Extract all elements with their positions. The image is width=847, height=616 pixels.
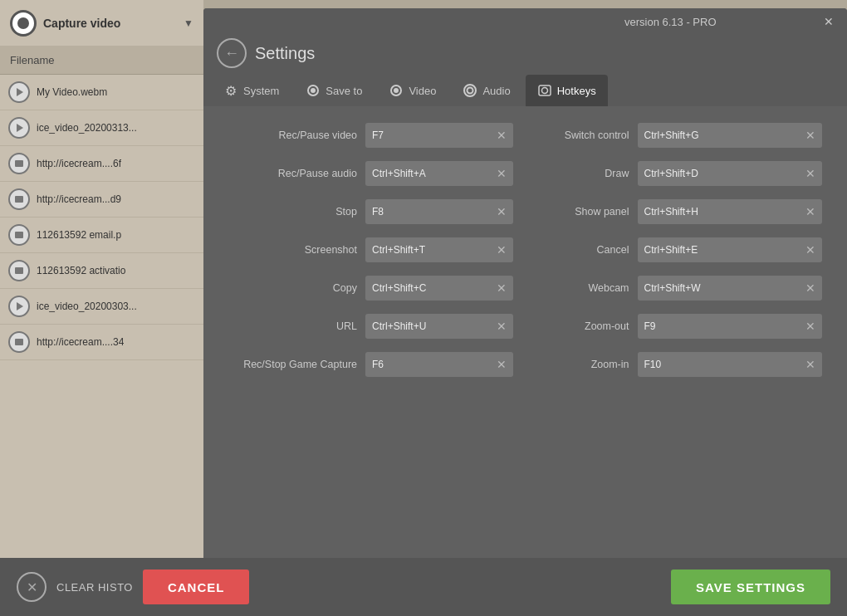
hotkey-label-cancel-hotkey: Cancel	[538, 244, 629, 256]
hotkey-clear-draw[interactable]: ✕	[805, 167, 815, 180]
hotkey-label-draw: Draw	[538, 168, 629, 179]
hotkey-clear-zoom-in[interactable]: ✕	[805, 358, 815, 371]
hotkey-clear-copy[interactable]: ✕	[497, 281, 507, 295]
hotkey-clear-webcam[interactable]: ✕	[805, 281, 815, 295]
hotkey-clear-recpause-audio[interactable]: ✕	[497, 167, 507, 180]
list-item[interactable]: http://icecream....6f	[0, 146, 203, 182]
hotkey-label-recpause-audio: Rec/Pause audio	[228, 168, 357, 179]
hotkey-field-game-capture[interactable]: F6 ✕	[365, 352, 513, 377]
hotkey-field-webcam[interactable]: Ctrl+Shift+W ✕	[638, 276, 823, 301]
hotkey-field-stop[interactable]: F8 ✕	[365, 199, 513, 224]
hotkey-field-zoom-out[interactable]: F9 ✕	[638, 314, 823, 339]
hotkey-field-recpause-audio[interactable]: Ctrl+Shift+A ✕	[365, 161, 513, 186]
hotkey-value-game-capture: F6	[372, 359, 384, 370]
hotkey-value-stop: F8	[372, 206, 384, 218]
hotkey-clear-recpause-video[interactable]: ✕	[497, 129, 507, 142]
capture-header[interactable]: Capture video ▼	[0, 0, 203, 46]
hotkey-field-switch-control[interactable]: Ctrl+Shift+G ✕	[638, 123, 823, 148]
hotkey-clear-zoom-out[interactable]: ✕	[805, 320, 815, 333]
close-button[interactable]: ✕	[822, 15, 835, 28]
dialog-header: ← Settings	[203, 32, 847, 75]
photo-icon	[8, 224, 30, 246]
back-button[interactable]: ←	[217, 38, 247, 68]
hotkey-value-recpause-video: F7	[372, 130, 384, 141]
tab-system-label: System	[243, 85, 279, 97]
hotkey-row-webcam: Webcam Ctrl+Shift+W ✕	[538, 276, 823, 301]
play-icon	[8, 296, 30, 317]
file-name: http://icecream....6f	[37, 158, 121, 169]
hotkey-clear-game-capture[interactable]: ✕	[497, 358, 507, 371]
record-icon	[10, 10, 37, 37]
svg-point-4	[464, 85, 476, 96]
hotkey-value-recpause-audio: Ctrl+Shift+A	[372, 168, 426, 179]
tab-audio[interactable]: Audio	[451, 75, 521, 106]
version-label: version 6.13 - PRO	[519, 16, 823, 28]
hotkey-row-draw: Draw Ctrl+Shift+D ✕	[538, 161, 823, 186]
list-item[interactable]: My Video.webm	[0, 75, 203, 110]
list-item[interactable]: 112613592 email.p	[0, 218, 203, 253]
hotkey-label-webcam: Webcam	[538, 282, 629, 294]
hotkey-field-screenshot[interactable]: Ctrl+Shift+T ✕	[365, 237, 513, 262]
hotkeys-panel: Rec/Pause video F7 ✕ Rec/Pause audio Ctr…	[203, 106, 847, 606]
save-settings-button[interactable]: SAVE SETTINGS	[671, 570, 830, 604]
tabs-bar: ⚙ System Save to Video Audio Hotkeys	[203, 75, 847, 106]
hotkey-clear-stop[interactable]: ✕	[497, 205, 507, 218]
hotkey-value-url: Ctrl+Shift+U	[372, 320, 426, 332]
hotkey-field-recpause-video[interactable]: F7 ✕	[365, 123, 513, 148]
svg-point-5	[468, 88, 473, 94]
file-name: ice_video_20200313...	[37, 122, 137, 134]
hotkey-field-draw[interactable]: Ctrl+Shift+D ✕	[638, 161, 823, 186]
hotkey-row-copy: Copy Ctrl+Shift+C ✕	[228, 276, 513, 301]
hotkey-label-stop: Stop	[228, 206, 357, 218]
hotkey-clear-screenshot[interactable]: ✕	[497, 243, 507, 257]
filename-column-header: Filename	[0, 46, 203, 75]
hotkey-label-switch-control: Switch control	[538, 130, 629, 141]
hotkey-value-screenshot: Ctrl+Shift+T	[372, 244, 425, 256]
hotkey-field-zoom-in[interactable]: F10 ✕	[638, 352, 823, 377]
list-item[interactable]: http://icecream....34	[0, 325, 203, 360]
video-icon	[389, 83, 404, 98]
list-item[interactable]: http://icecream...d9	[0, 182, 203, 218]
hotkey-label-show-panel: Show panel	[538, 206, 629, 218]
tab-video-label: Video	[409, 85, 436, 97]
left-hotkeys-column: Rec/Pause video F7 ✕ Rec/Pause audio Ctr…	[228, 123, 513, 377]
list-item[interactable]: ice_video_20200313...	[0, 110, 203, 146]
file-name: 112613592 activatio	[37, 265, 125, 276]
hotkey-label-screenshot: Screenshot	[228, 244, 357, 256]
hotkey-value-copy: Ctrl+Shift+C	[372, 282, 426, 294]
hotkey-field-copy[interactable]: Ctrl+Shift+C ✕	[365, 276, 513, 301]
hotkey-label-zoom-out: Zoom-out	[538, 320, 629, 332]
hotkey-row-stop: Stop F8 ✕	[228, 199, 513, 224]
hotkey-label-game-capture: Rec/Stop Game Capture	[228, 359, 357, 370]
tab-saveto[interactable]: Save to	[294, 75, 374, 106]
tab-video[interactable]: Video	[377, 75, 448, 106]
file-list: My Video.webm ice_video_20200313... http…	[0, 75, 203, 616]
hotkey-field-cancel[interactable]: Ctrl+Shift+E ✕	[638, 237, 823, 262]
hotkey-row-cancel: Cancel Ctrl+Shift+E ✕	[538, 237, 823, 262]
hotkey-clear-url[interactable]: ✕	[497, 320, 507, 333]
cancel-button[interactable]: CANCEL	[143, 570, 250, 604]
tab-system[interactable]: ⚙ System	[212, 75, 291, 106]
dropdown-arrow-icon: ▼	[184, 17, 193, 29]
hotkey-row-game-capture: Rec/Stop Game Capture F6 ✕	[228, 352, 513, 377]
tab-hotkeys[interactable]: Hotkeys	[526, 75, 608, 106]
list-item[interactable]: 112613592 activatio	[0, 253, 203, 289]
hotkey-field-show-panel[interactable]: Ctrl+Shift+H ✕	[638, 199, 823, 224]
hotkey-row-zoom-in: Zoom-in F10 ✕	[538, 352, 823, 377]
settings-dialog: version 6.13 - PRO ✕ ← Settings ⚙ System…	[203, 8, 847, 606]
list-item[interactable]: ice_video_20200303...	[0, 289, 203, 325]
photo-icon	[8, 260, 30, 281]
hotkey-clear-switch-control[interactable]: ✕	[805, 129, 815, 142]
hotkey-clear-cancel[interactable]: ✕	[805, 243, 815, 257]
capture-label: Capture video	[43, 17, 177, 30]
hotkey-clear-show-panel[interactable]: ✕	[805, 205, 815, 218]
hotkey-field-url[interactable]: Ctrl+Shift+U ✕	[365, 314, 513, 339]
file-name: ice_video_20200303...	[37, 301, 137, 312]
file-name: http://icecream...d9	[37, 193, 121, 205]
bottom-bar: ✕ CLEAR HISTO CANCEL SAVE SETTINGS	[0, 558, 847, 616]
hotkey-value-switch-control: Ctrl+Shift+G	[644, 130, 699, 141]
svg-point-3	[394, 88, 399, 93]
clear-history-icon-button[interactable]: ✕	[17, 572, 47, 602]
audio-icon	[463, 83, 477, 98]
right-hotkeys-column: Switch control Ctrl+Shift+G ✕ Draw Ctrl+…	[538, 123, 823, 377]
